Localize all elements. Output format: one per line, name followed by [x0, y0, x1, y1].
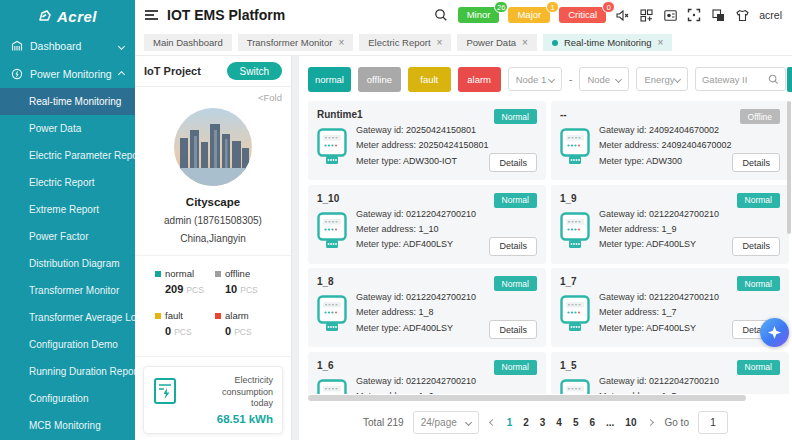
assistant-floating-button[interactable] — [760, 318, 789, 347]
prev-page-button[interactable] — [488, 418, 497, 427]
tab-main-dashboard[interactable]: Main Dashboard — [144, 34, 232, 51]
critical-alarm-badge[interactable]: Critical 0 — [559, 7, 606, 23]
gateway-id: 24092404670002 — [649, 125, 719, 135]
status-badge: Normal — [737, 276, 780, 291]
skin-icon[interactable] — [735, 8, 750, 23]
sidebar-item-mcb-monitoring[interactable]: MCB Monitoring — [0, 412, 135, 439]
search-icon[interactable] — [768, 74, 779, 85]
details-button[interactable]: Details — [732, 153, 780, 172]
mute-icon[interactable] — [615, 8, 630, 23]
search-icon[interactable] — [434, 8, 449, 23]
meter-icon — [560, 128, 590, 170]
fullscreen-icon[interactable] — [687, 8, 702, 23]
sidebar-item-configuration-demo[interactable]: Configuration Demo — [0, 331, 135, 358]
tab-real-time-monitoring[interactable]: Real-time Monitoring× — [543, 34, 673, 51]
page-title: IOT EMS Platform — [167, 7, 285, 23]
status-badge: Offline — [740, 109, 780, 124]
tab-power-data[interactable]: Power Data× — [457, 34, 536, 51]
screen-icon[interactable] — [663, 8, 678, 23]
sidebar-item-power-factor[interactable]: Power Factor — [0, 223, 135, 250]
dashboard-icon — [11, 40, 23, 52]
sidebar-item-electric-report[interactable]: Electric Report — [0, 169, 135, 196]
node-to-select[interactable]: Node — [579, 67, 629, 91]
sidebar-item-power-monitoring[interactable]: Power Monitoring — [0, 60, 135, 88]
sidebar-item-extreme-report[interactable]: Extreme Report — [0, 196, 135, 223]
sidebar-item-distribution-diagram[interactable]: Distribution Diagram — [0, 250, 135, 277]
page-6[interactable]: 6 — [588, 417, 596, 428]
pagination-bar: Total 219 24/page 1 2 3 4 5 6 ... 10 Go … — [299, 404, 792, 440]
fold-link[interactable]: <Fold — [135, 87, 291, 105]
logo-text: Acrel — [57, 8, 97, 25]
details-button[interactable]: Details — [732, 237, 780, 256]
meter-address: 1_9 — [662, 224, 677, 234]
page-size-select[interactable]: 24/page — [413, 411, 479, 434]
search-button-clipped[interactable] — [787, 67, 792, 92]
major-alarm-badge[interactable]: Major 1 — [508, 7, 550, 23]
close-icon[interactable]: × — [338, 38, 344, 48]
meter-type: ADW300-IOT — [403, 156, 457, 166]
tab-bar: Main Dashboard Transformer Monitor× Elec… — [135, 30, 792, 56]
next-page-button[interactable] — [646, 418, 655, 427]
filter-normal-button[interactable]: normal — [308, 67, 351, 92]
sidebar-item-real-time-monitoring[interactable]: Real-time Monitoring — [0, 88, 135, 115]
gateway-search-input[interactable] — [702, 74, 764, 85]
stat-offline: offline 10 PCS — [215, 268, 275, 295]
top-header: IOT EMS Platform Minor 26 Major 1 Critic… — [135, 0, 792, 30]
tab-transformer-monitor[interactable]: Transformer Monitor× — [238, 34, 354, 51]
status-badge: Normal — [737, 360, 780, 375]
sidebar-item-running-duration-report[interactable]: Running Duration Report — [0, 358, 135, 385]
tab-electric-report[interactable]: Electric Report× — [359, 34, 451, 51]
device-card: Runtime1 Normal Gateway id: 202504241508… — [308, 101, 546, 180]
close-icon[interactable]: × — [658, 38, 664, 48]
close-icon[interactable]: × — [437, 38, 443, 48]
meter-icon — [317, 379, 347, 395]
meter-icon — [317, 212, 347, 254]
details-button[interactable]: Details — [489, 320, 537, 339]
switch-button[interactable]: Switch — [227, 62, 282, 80]
vertical-scrollbar[interactable] — [787, 101, 791, 234]
node-from-select[interactable]: Node 1 — [508, 67, 562, 91]
active-dot — [552, 40, 558, 46]
energy-select[interactable]: Energy — [636, 67, 688, 91]
filter-alarm-button[interactable]: alarm — [458, 67, 501, 92]
sidebar-item-label: Power Monitoring — [30, 68, 112, 80]
meter-icon — [317, 295, 347, 337]
meter-address: 1_7 — [662, 307, 677, 317]
filter-fault-button[interactable]: fault — [408, 67, 451, 92]
grid-icon[interactable] — [639, 8, 654, 23]
goto-page-input[interactable] — [698, 411, 728, 434]
page-2[interactable]: 2 — [522, 417, 530, 428]
theme-icon[interactable] — [711, 8, 726, 23]
details-button[interactable]: Details — [489, 153, 537, 172]
details-button[interactable]: Details — [489, 237, 537, 256]
electricity-consumption-card[interactable]: Electricity consumptiontoday 68.51 kWh — [143, 366, 283, 434]
page-3[interactable]: 3 — [539, 417, 547, 428]
gateway-id: 20250424150801 — [406, 125, 476, 135]
page-10[interactable]: 10 — [624, 417, 637, 428]
gateway-id: 02122042700210 — [649, 209, 719, 219]
sidebar-item-electric-parameter-report[interactable]: Electric Parameter Report — [0, 142, 135, 169]
meter-icon — [560, 379, 590, 395]
sidebar-item-transformer-average-load[interactable]: Transformer Average Loa... — [0, 304, 135, 331]
page-5[interactable]: 5 — [572, 417, 580, 428]
username[interactable]: acrel — [759, 9, 782, 21]
sidebar-item-transformer-monitor[interactable]: Transformer Monitor — [0, 277, 135, 304]
collapse-menu-icon[interactable] — [145, 10, 158, 20]
page-4[interactable]: 4 — [555, 417, 563, 428]
device-stats: normal 209 PCS offline 10 PCS fault 0 PC… — [135, 256, 291, 345]
minor-alarm-badge[interactable]: Minor 26 — [458, 7, 500, 23]
sidebar-item-label: Dashboard — [30, 40, 81, 52]
page-1[interactable]: 1 — [506, 417, 514, 428]
electricity-value: 68.51 kWh — [184, 413, 273, 425]
device-card: -- Offline Gateway id: 24092404670002 Me… — [551, 101, 789, 180]
sidebar-item-dashboard[interactable]: Dashboard — [0, 32, 135, 60]
status-badge: Normal — [494, 360, 537, 375]
status-badge: Normal — [494, 276, 537, 291]
close-icon[interactable]: × — [522, 38, 528, 48]
filter-offline-button[interactable]: offline — [358, 67, 401, 92]
sidebar-item-configuration[interactable]: Configuration — [0, 385, 135, 412]
meter-type: ADF400LSY — [646, 239, 696, 249]
page-ellipsis[interactable]: ... — [605, 417, 615, 428]
sidebar-item-power-data[interactable]: Power Data — [0, 115, 135, 142]
horizontal-scrollbar[interactable] — [308, 395, 746, 401]
